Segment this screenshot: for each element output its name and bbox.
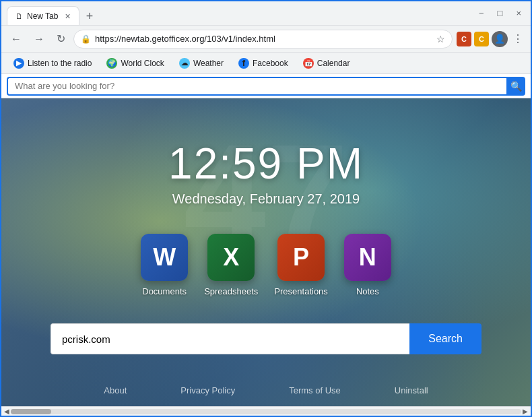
clock-time: 12:59 PM (168, 139, 364, 189)
spreadsheets-label: Spreadsheets (204, 286, 258, 296)
window-controls: − □ × (475, 7, 525, 20)
app-icons-row: W Documents X Spreadsheets P Presentatio… (141, 234, 391, 296)
restore-button[interactable]: □ (494, 7, 507, 20)
footer-terms[interactable]: Terms of Use (289, 385, 341, 395)
spreadsheets-icon-box: X (207, 234, 255, 281)
documents-label: Documents (142, 286, 187, 296)
back-button[interactable]: ← (7, 30, 26, 48)
app-presentations[interactable]: P Presentations (274, 234, 328, 296)
spreadsheets-letter: X (223, 243, 239, 271)
notes-icon-box: N (344, 234, 391, 281)
forward-button[interactable]: → (30, 30, 48, 48)
extension-icon-1[interactable]: C (457, 32, 471, 46)
top-search-button[interactable]: 🔍 (506, 77, 525, 96)
scrollbar-thumb[interactable] (11, 409, 51, 414)
bookmark-weather[interactable]: ☁ Weather (172, 56, 230, 71)
notes-letter: N (359, 243, 376, 271)
nav-bar: ← → ↻ 🔒 https://newtab.getofficex.org/10… (1, 26, 531, 53)
app-documents[interactable]: W Documents (141, 234, 188, 296)
page-inner: 12:59 PM Wednesday, February 27, 2019 W … (1, 98, 531, 406)
footer-links: About Privacy Policy Terms of Use Uninst… (104, 385, 428, 395)
documents-icon-box: W (141, 234, 188, 281)
clock-date: Wednesday, February 27, 2019 (168, 191, 364, 207)
main-search-button[interactable]: Search (409, 323, 481, 354)
address-bar[interactable]: 🔒 https://newtab.getofficex.org/103/v1/i… (73, 30, 453, 49)
bookmark-calendar-label: Calendar (317, 59, 350, 68)
clock-section: 12:59 PM Wednesday, February 27, 2019 (168, 139, 364, 207)
bookmark-world-clock[interactable]: 🌍 World Clock (100, 56, 170, 71)
tab-title: New Tab (27, 11, 58, 21)
bookmark-facebook-label: Facebook (253, 59, 288, 68)
weather-icon: ☁ (179, 58, 190, 69)
top-search-input[interactable] (7, 77, 506, 96)
tab-page-icon: 🗋 (15, 12, 23, 20)
bookmarks-bar: ▶ Listen to the radio 🌍 World Clock ☁ We… (1, 53, 531, 74)
footer-about[interactable]: About (104, 385, 127, 395)
bookmark-star-icon[interactable]: ☆ (436, 34, 445, 44)
title-bar: 🗋 New Tab × + − □ × (1, 1, 531, 26)
presentations-icon-box: P (277, 234, 325, 281)
scroll-left-button[interactable]: ◀ (3, 408, 11, 415)
profile-avatar[interactable]: 👤 (492, 31, 508, 47)
bookmark-world-clock-label: World Clock (121, 59, 164, 68)
presentations-letter: P (293, 243, 309, 271)
active-tab[interactable]: 🗋 New Tab × (7, 6, 79, 25)
app-notes[interactable]: N Notes (344, 234, 391, 296)
more-menu-button[interactable]: ⋮ (510, 30, 525, 47)
facebook-icon: f (238, 58, 249, 69)
presentations-label: Presentations (274, 286, 328, 296)
bookmark-weather-label: Weather (193, 59, 224, 68)
footer-uninstall[interactable]: Uninstall (395, 385, 428, 395)
main-search-input[interactable] (51, 323, 409, 354)
nav-icons-area: C C 👤 ⋮ (457, 30, 525, 47)
extension-icon-2[interactable]: C (474, 32, 489, 46)
world-clock-icon: 🌍 (106, 58, 117, 69)
minimize-button[interactable]: − (475, 7, 488, 20)
bookmark-listen-radio[interactable]: ▶ Listen to the radio (7, 56, 98, 71)
scrollbar-track[interactable] (11, 409, 521, 414)
lock-icon: 🔒 (81, 34, 91, 44)
listen-radio-icon: ▶ (13, 58, 24, 69)
new-tab-button[interactable]: + (82, 8, 98, 25)
address-text: https://newtab.getofficex.org/103/v1/ind… (95, 34, 432, 44)
tab-close-btn[interactable]: × (65, 11, 70, 22)
scrollbar-area: ◀ ▶ (1, 406, 531, 416)
bookmark-calendar[interactable]: 📅 Calendar (296, 56, 357, 71)
search-top-bar: 🔍 (1, 74, 531, 98)
bookmark-facebook[interactable]: f Facebook (232, 56, 295, 71)
close-button[interactable]: × (512, 7, 525, 20)
refresh-button[interactable]: ↻ (53, 30, 69, 48)
scroll-right-button[interactable]: ▶ (521, 408, 529, 415)
main-search-section: Search (51, 323, 481, 354)
tab-area: 🗋 New Tab × + (7, 1, 475, 25)
footer-privacy[interactable]: Privacy Policy (180, 385, 235, 395)
calendar-icon: 📅 (303, 58, 314, 69)
documents-letter: W (153, 243, 176, 271)
app-spreadsheets[interactable]: X Spreadsheets (204, 234, 258, 296)
notes-label: Notes (356, 286, 379, 296)
page-content: 47 12:59 PM Wednesday, February 27, 2019… (1, 98, 531, 406)
browser-frame: 🗋 New Tab × + − □ × ← → ↻ 🔒 https://newt… (0, 0, 532, 417)
bookmark-listen-radio-label: Listen to the radio (28, 59, 92, 68)
